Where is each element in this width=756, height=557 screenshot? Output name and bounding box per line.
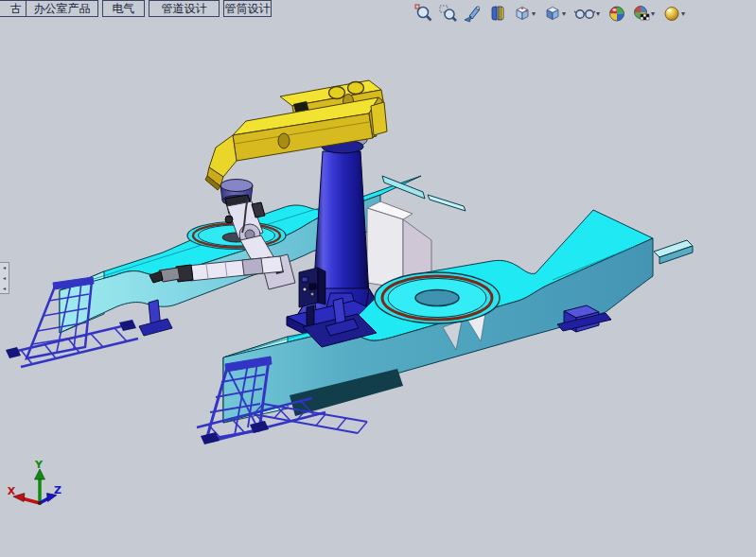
application-window: X Y Z 古 办公室产品 电气 管道设计 管筒设计	[0, 0, 756, 557]
apply-scene-button[interactable]	[632, 4, 651, 23]
view-orientation-dropdown[interactable]: ▾	[532, 9, 536, 18]
boom-right-bracket	[371, 102, 387, 135]
hide-show-items-button[interactable]	[573, 4, 596, 23]
tab-electrical[interactable]: 电气	[102, 0, 145, 17]
triad-x-label: X	[8, 485, 16, 497]
previous-view-button[interactable]	[464, 4, 483, 23]
display-style-button[interactable]	[543, 4, 562, 23]
front-beam-center-hole	[415, 290, 459, 306]
apply-scene-dropdown[interactable]: ▾	[651, 9, 655, 18]
tab-piping-design[interactable]: 管道设计	[149, 0, 220, 17]
view-settings-button[interactable]	[662, 4, 681, 23]
section-view-icon	[488, 4, 507, 23]
zoom-to-area-button[interactable]	[439, 4, 458, 23]
boom-hole	[278, 133, 290, 148]
view-settings-dropdown[interactable]: ▾	[681, 9, 685, 18]
section-view-button[interactable]	[488, 4, 507, 23]
tab-office-products[interactable]: 办公室产品	[26, 0, 98, 17]
view-settings-icon	[662, 4, 681, 23]
apply-scene-icon	[632, 4, 651, 23]
edit-appearance-icon	[607, 4, 626, 23]
zoom-to-area-icon	[439, 4, 458, 23]
hide-show-items-dropdown[interactable]: ▾	[596, 9, 600, 18]
view-orientation-button[interactable]	[513, 4, 532, 23]
collapse-arrow-icon: ◂	[3, 286, 6, 291]
hide-show-items-icon	[573, 4, 596, 23]
triad-y-label: Y	[34, 459, 44, 471]
display-style-dropdown[interactable]: ▾	[562, 9, 566, 18]
feature-pane-toggle[interactable]: ◂ ◂ ◂	[0, 262, 9, 294]
collapse-arrow-icon: ◂	[3, 275, 6, 281]
edit-appearance-button[interactable]	[607, 4, 626, 23]
boom-top-hole	[348, 82, 364, 95]
zoom-to-fit-button[interactable]	[414, 4, 433, 23]
boom-top-hole	[329, 87, 345, 99]
front-beam-ring-flange	[375, 272, 500, 323]
previous-view-icon	[464, 4, 483, 23]
heads-up-view-toolbar: ▾ ▾ ▾	[414, 3, 687, 24]
triad-z-label: Z	[54, 484, 62, 496]
display-style-icon	[543, 4, 562, 23]
collapse-arrow-icon: ◂	[3, 265, 6, 270]
view-orientation-icon	[513, 4, 532, 23]
tab-tubing-design[interactable]: 管筒设计	[223, 0, 272, 17]
zoom-to-fit-icon	[414, 4, 433, 23]
viewport-3d-model[interactable]: X Y Z	[0, 0, 756, 557]
